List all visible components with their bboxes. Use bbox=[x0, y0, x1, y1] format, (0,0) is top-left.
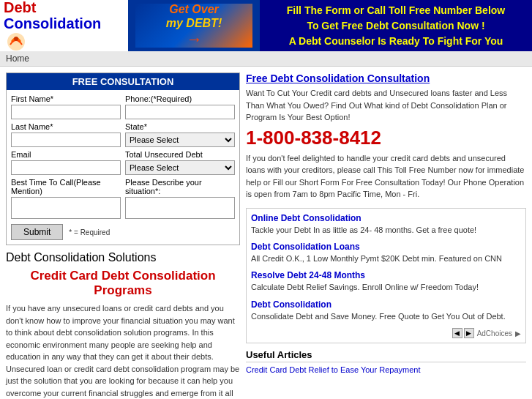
phone-group: Phone:(*Required) bbox=[125, 94, 235, 119]
first-name-group: First Name* bbox=[11, 94, 121, 119]
logo: Debt Consolidation bbox=[0, 0, 128, 51]
ad-footer: ◀ ▶ AdChoices ▶ bbox=[251, 328, 521, 338]
debt-group: Total Unsecured Debt Please Select bbox=[125, 150, 235, 175]
header-message-text: Fill The Form or Call Toll Free Number B… bbox=[287, 3, 505, 49]
best-time-label: Best Time To Call(Please Mention) bbox=[11, 178, 121, 195]
phone-number: 1-800-838-8412 bbox=[246, 127, 526, 149]
email-label: Email bbox=[11, 150, 121, 159]
nav-bar: Home bbox=[0, 51, 532, 67]
required-note: * = Required bbox=[69, 228, 110, 236]
debt-label: Total Unsecured Debt bbox=[125, 150, 235, 159]
ad-desc-3: Calculate Debt Relief Savings. Enroll On… bbox=[251, 282, 521, 293]
article-title: Credit Card Debt Consolidation Programs bbox=[6, 269, 240, 298]
state-label: State* bbox=[125, 122, 235, 131]
first-name-input[interactable] bbox=[11, 105, 121, 119]
phone-input[interactable] bbox=[125, 105, 235, 119]
form-inner: First Name* Phone:(*Required) Last Name* bbox=[7, 90, 239, 245]
promo-image: Get Over my DEBT! → bbox=[135, 4, 252, 48]
submit-button[interactable]: Submit bbox=[11, 224, 63, 240]
phone-label: Phone:(*Required) bbox=[125, 94, 235, 103]
svg-point-1 bbox=[14, 37, 18, 41]
useful-link-1[interactable]: Credit Card Debt Relief to Ease Your Rep… bbox=[246, 365, 526, 374]
form-title: FREE CONSULTATION bbox=[7, 73, 239, 90]
form-row-4: Best Time To Call(Please Mention) Please… bbox=[11, 178, 235, 221]
ad-desc-1: Tackle your Debt In as little as 24- 48 … bbox=[251, 225, 521, 236]
ad-link-4[interactable]: Debt Consolidation bbox=[251, 299, 521, 310]
first-name-label: First Name* bbox=[11, 94, 121, 103]
last-name-input[interactable] bbox=[11, 133, 121, 147]
useful-articles: Useful Articles Credit Card Debt Relief … bbox=[246, 349, 526, 374]
form-row-2: Last Name* State* Please Select bbox=[11, 122, 235, 147]
situation-group: Please Describe your situation*: bbox=[125, 178, 235, 221]
nav-home[interactable]: Home bbox=[6, 53, 29, 64]
ad-link-1[interactable]: Online Debt Consolidation bbox=[251, 213, 521, 223]
consult-para: Want To Cut Your Credit card debts and U… bbox=[246, 87, 526, 124]
ad-link-3[interactable]: Resolve Debt 24-48 Months bbox=[251, 270, 521, 280]
last-name-label: Last Name* bbox=[11, 122, 121, 131]
email-group: Email bbox=[11, 150, 121, 175]
ad-prev-button[interactable]: ◀ bbox=[452, 328, 462, 338]
consultation-form: FREE CONSULTATION First Name* Phone:(*Re… bbox=[6, 72, 240, 245]
ad-nav: ◀ ▶ bbox=[452, 328, 474, 338]
best-time-group: Best Time To Call(Please Mention) bbox=[11, 178, 121, 221]
promo-text: Get Over my DEBT! → bbox=[166, 2, 222, 50]
ad-item-2: Debt Consolidation Loans All Credit O.K.… bbox=[251, 242, 521, 264]
ad-item-1: Online Debt Consolidation Tackle your De… bbox=[251, 213, 521, 236]
ad-section: Online Debt Consolidation Tackle your De… bbox=[246, 208, 526, 344]
ad-choices-icon: ▶ bbox=[515, 329, 521, 338]
situation-label: Please Describe your situation*: bbox=[125, 178, 235, 195]
promo-banner: Get Over my DEBT! → bbox=[128, 0, 260, 51]
email-input[interactable] bbox=[11, 160, 121, 175]
header-message: Fill The Form or Call Toll Free Number B… bbox=[260, 0, 532, 51]
form-row-3: Email Total Unsecured Debt Please Select bbox=[11, 150, 235, 175]
form-row-1: First Name* Phone:(*Required) bbox=[11, 94, 235, 119]
ad-link-2[interactable]: Debt Consolidation Loans bbox=[251, 242, 521, 252]
form-submit-row: Submit * = Required bbox=[11, 224, 235, 240]
right-column: Free Debt Consolidation Consultation Wan… bbox=[246, 72, 526, 399]
main-content: FREE CONSULTATION First Name* Phone:(*Re… bbox=[0, 67, 532, 399]
logo-icon bbox=[6, 31, 26, 52]
useful-title: Useful Articles bbox=[246, 349, 526, 362]
debt-select[interactable]: Please Select bbox=[125, 160, 235, 175]
logo-consolidation: Consolidation bbox=[4, 15, 101, 31]
last-name-group: Last Name* bbox=[11, 122, 121, 147]
consult-sub-text: If you don't feel delighted to handle yo… bbox=[246, 152, 526, 201]
ad-next-button[interactable]: ▶ bbox=[464, 328, 474, 338]
left-column: FREE CONSULTATION First Name* Phone:(*Re… bbox=[6, 72, 240, 399]
ad-desc-4: Consolidate Debt and Save Money. Free Qu… bbox=[251, 311, 521, 322]
situation-input[interactable] bbox=[125, 197, 235, 219]
best-time-input[interactable] bbox=[11, 197, 121, 219]
ad-desc-2: All Credit O.K., 1 Low Monthly Pymt $20K… bbox=[251, 253, 521, 264]
ad-item-3: Resolve Debt 24-48 Months Calculate Debt… bbox=[251, 270, 521, 293]
consult-box: Free Debt Consolidation Consultation Wan… bbox=[246, 72, 526, 201]
content-section: Debt Consolidation Solutions Credit Card… bbox=[6, 251, 240, 399]
ad-choices-label: AdChoices bbox=[477, 329, 512, 338]
article-para1: If you have any unsecured loans or credi… bbox=[6, 302, 240, 399]
logo-debt: Debt bbox=[4, 0, 36, 15]
header: Debt Consolidation Get Over my DEBT! → bbox=[0, 0, 532, 51]
state-group: State* Please Select bbox=[125, 122, 235, 147]
consult-title: Free Debt Consolidation Consultation bbox=[246, 72, 526, 84]
ad-item-4: Debt Consolidation Consolidate Debt and … bbox=[251, 299, 521, 322]
svg-point-0 bbox=[7, 33, 25, 51]
state-select[interactable]: Please Select bbox=[125, 133, 235, 147]
section-title: Debt Consolidation Solutions bbox=[6, 251, 240, 264]
